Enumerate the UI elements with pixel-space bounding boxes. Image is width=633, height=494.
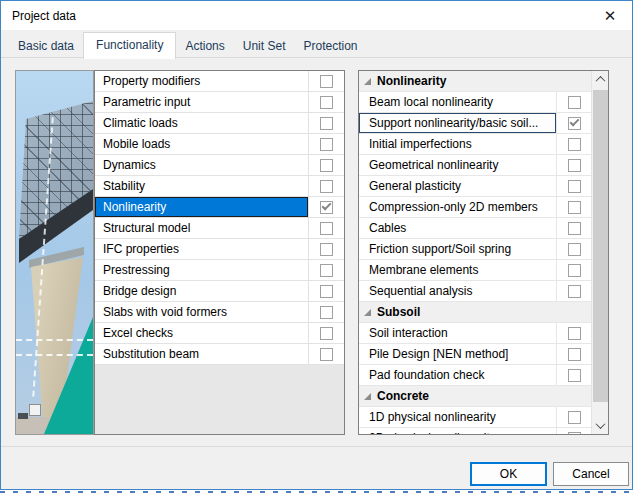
scroll-down-button[interactable] <box>592 417 609 434</box>
checkbox-2d-physical-nonlinearity[interactable] <box>568 432 581 436</box>
checkbox-membrane-elements[interactable] <box>568 264 581 277</box>
checkbox-sequential-analysis[interactable] <box>568 285 581 298</box>
cancel-button[interactable]: Cancel <box>553 462 629 486</box>
detail-row-compression-only-2d-members[interactable]: Compression-only 2D members <box>359 197 591 218</box>
detail-label: Friction support/Soil spring <box>359 239 556 259</box>
group-header-nonlinearity[interactable]: Nonlinearity <box>359 71 591 92</box>
functionality-row-stability[interactable]: Stability <box>95 176 344 197</box>
functionality-row-excel-checks[interactable]: Excel checks <box>95 323 344 344</box>
checkbox-1d-physical-nonlinearity[interactable] <box>568 411 581 424</box>
checkbox-friction-support-soil-spring[interactable] <box>568 243 581 256</box>
checkbox-nonlinearity[interactable] <box>320 201 333 214</box>
checkbox-pad-foundation-check[interactable] <box>568 369 581 382</box>
detail-label: 1D physical nonlinearity <box>359 407 556 427</box>
detail-row-cables[interactable]: Cables <box>359 218 591 239</box>
checkbox-cell <box>556 407 591 427</box>
chevron-down-icon <box>596 419 606 429</box>
checkbox-dynamics[interactable] <box>320 159 333 172</box>
functionality-row-ifc-properties[interactable]: IFC properties <box>95 239 344 260</box>
functionality-row-substitution-beam[interactable]: Substitution beam <box>95 344 344 365</box>
tab-actions[interactable]: Actions <box>176 35 233 58</box>
detail-row-beam-local-nonlinearity[interactable]: Beam local nonlinearity <box>359 92 591 113</box>
checkbox-stability[interactable] <box>320 180 333 193</box>
checkbox-structural-model[interactable] <box>320 222 333 235</box>
checkbox-prestressing[interactable] <box>320 264 333 277</box>
detail-row-support-nonlinearity-basic-soil[interactable]: Support nonlinearity/basic soil... <box>359 113 591 134</box>
detail-label: General plasticity <box>359 176 556 196</box>
checkbox-cell <box>556 260 591 280</box>
detail-label: Soil interaction <box>359 323 556 343</box>
group-header-subsoil[interactable]: Subsoil <box>359 302 591 323</box>
checkbox-cell <box>308 197 344 217</box>
detail-row-geometrical-nonlinearity[interactable]: Geometrical nonlinearity <box>359 155 591 176</box>
tab-unit-set[interactable]: Unit Set <box>234 35 295 58</box>
checkbox-beam-local-nonlinearity[interactable] <box>568 96 581 109</box>
functionality-row-dynamics[interactable]: Dynamics <box>95 155 344 176</box>
functionality-row-slabs-with-void-formers[interactable]: Slabs with void formers <box>95 302 344 323</box>
functionality-label: Dynamics <box>95 155 308 175</box>
detail-row-general-plasticity[interactable]: General plasticity <box>359 176 591 197</box>
tab-protection[interactable]: Protection <box>294 35 366 58</box>
detail-label: Initial imperfections <box>359 134 556 154</box>
scroll-up-button[interactable] <box>592 71 609 88</box>
screen: Project data ✕ Basic dataFunctionalityAc… <box>0 0 633 494</box>
checkbox-parametric-input[interactable] <box>320 96 333 109</box>
detail-row-membrane-elements[interactable]: Membrane elements <box>359 260 591 281</box>
functionality-row-nonlinearity[interactable]: Nonlinearity <box>95 197 344 218</box>
functionality-row-prestressing[interactable]: Prestressing <box>95 260 344 281</box>
checkbox-bridge-design[interactable] <box>320 285 333 298</box>
checkbox-excel-checks[interactable] <box>320 327 333 340</box>
checkbox-mobile-loads[interactable] <box>320 138 333 151</box>
checkbox-cell <box>308 176 344 196</box>
checkbox-cell <box>308 134 344 154</box>
tab-functionality[interactable]: Functionality <box>83 32 176 59</box>
scrollbar-thumb[interactable] <box>593 90 608 402</box>
checkbox-geometrical-nonlinearity[interactable] <box>568 159 581 172</box>
functionality-label: Parametric input <box>95 92 308 112</box>
detail-row-soil-interaction[interactable]: Soil interaction <box>359 323 591 344</box>
checkbox-cables[interactable] <box>568 222 581 235</box>
ok-button[interactable]: OK <box>470 462 547 486</box>
checkbox-cell <box>308 323 344 343</box>
functionality-label: Slabs with void formers <box>95 302 308 322</box>
detail-row-sequential-analysis[interactable]: Sequential analysis <box>359 281 591 302</box>
checkbox-pile-design-nen-method[interactable] <box>568 348 581 361</box>
checkbox-slabs-with-void-formers[interactable] <box>320 306 333 319</box>
checkbox-general-plasticity[interactable] <box>568 180 581 193</box>
checkbox-support-nonlinearity-basic-soil[interactable] <box>568 117 581 130</box>
detail-row-friction-support-soil-spring[interactable]: Friction support/Soil spring <box>359 239 591 260</box>
checkbox-ifc-properties[interactable] <box>320 243 333 256</box>
detail-label: Pile Design [NEN method] <box>359 344 556 364</box>
close-icon[interactable]: ✕ <box>591 1 629 30</box>
checkbox-soil-interaction[interactable] <box>568 327 581 340</box>
detail-label: 2D physical nonlinearity <box>359 428 556 435</box>
project-photo <box>15 70 94 435</box>
detail-row-2d-physical-nonlinearity[interactable]: 2D physical nonlinearity <box>359 428 591 435</box>
detail-row-initial-imperfections[interactable]: Initial imperfections <box>359 134 591 155</box>
tab-basic-data[interactable]: Basic data <box>9 35 83 58</box>
checkbox-initial-imperfections[interactable] <box>568 138 581 151</box>
functionality-row-structural-model[interactable]: Structural model <box>95 218 344 239</box>
checkbox-climatic-loads[interactable] <box>320 117 333 130</box>
checkbox-cell <box>308 218 344 238</box>
checkbox-property-modifiers[interactable] <box>320 75 333 88</box>
detail-row-pile-design-nen-method[interactable]: Pile Design [NEN method] <box>359 344 591 365</box>
functionality-row-climatic-loads[interactable]: Climatic loads <box>95 113 344 134</box>
project-data-dialog: Project data ✕ Basic dataFunctionalityAc… <box>0 0 633 490</box>
functionality-label: Excel checks <box>95 323 308 343</box>
checkbox-substitution-beam[interactable] <box>320 348 333 361</box>
functionality-row-property-modifiers[interactable]: Property modifiers <box>95 71 344 92</box>
functionality-label: Climatic loads <box>95 113 308 133</box>
group-header-concrete[interactable]: Concrete <box>359 386 591 407</box>
functionality-row-parametric-input[interactable]: Parametric input <box>95 92 344 113</box>
detail-row-pad-foundation-check[interactable]: Pad foundation check <box>359 365 591 386</box>
detail-row-1d-physical-nonlinearity[interactable]: 1D physical nonlinearity <box>359 407 591 428</box>
checkbox-cell <box>556 239 591 259</box>
checkbox-compression-only-2d-members[interactable] <box>568 201 581 214</box>
expander-triangle-icon <box>364 309 371 316</box>
scrollbar[interactable] <box>591 71 608 434</box>
functionality-row-mobile-loads[interactable]: Mobile loads <box>95 134 344 155</box>
functionality-row-bridge-design[interactable]: Bridge design <box>95 281 344 302</box>
functionality-label: Substitution beam <box>95 344 308 364</box>
checkbox-cell <box>556 155 591 175</box>
